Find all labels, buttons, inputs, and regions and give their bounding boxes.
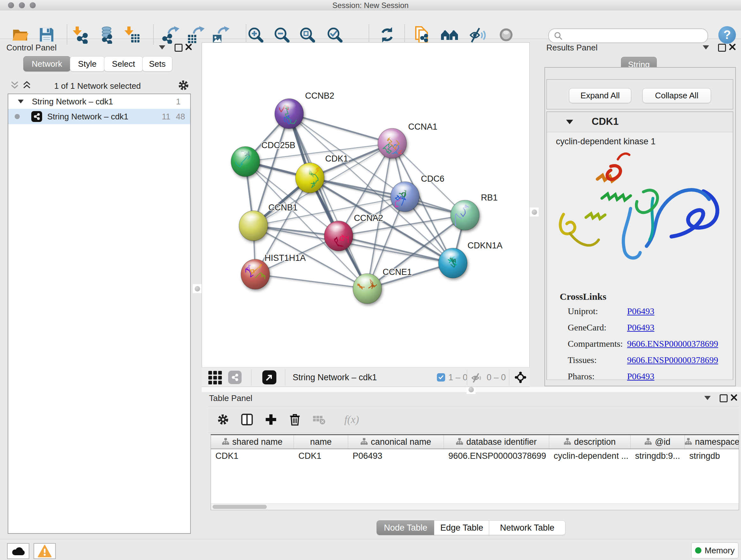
- column-header-shared-name[interactable]: shared name: [211, 435, 294, 449]
- collapse-all-button[interactable]: Collapse All: [643, 88, 711, 103]
- string-import-button[interactable]: [413, 25, 431, 44]
- edge-HIST1H1A-CCNE1[interactable]: [255, 274, 367, 289]
- crosslink-link[interactable]: P06493: [627, 371, 655, 381]
- warnings-button[interactable]: [33, 543, 56, 559]
- table-panel-close-icon[interactable]: [731, 394, 738, 401]
- network-node-count: 11: [162, 112, 171, 122]
- table-cell[interactable]: stringdb:9...: [630, 449, 685, 462]
- crosslink-link[interactable]: P06493: [627, 322, 655, 333]
- show-column-button[interactable]: [240, 412, 254, 427]
- table-row[interactable]: CDK1CDK1P064939606.ENSP00000378699cyclin…: [211, 449, 739, 462]
- node-CDC25B[interactable]: [231, 146, 260, 177]
- table-panel-collapse-icon[interactable]: [704, 396, 711, 400]
- table-panel-float-icon[interactable]: [720, 394, 728, 402]
- node-CDKN1A[interactable]: [439, 248, 467, 278]
- control-panel-close-icon[interactable]: [185, 44, 192, 51]
- tab-network[interactable]: Network: [23, 56, 71, 71]
- node-CCNA1[interactable]: [378, 128, 407, 159]
- help-button[interactable]: ?: [718, 26, 736, 44]
- column-header-database-identifier[interactable]: database identifier: [444, 435, 549, 449]
- node-HIST1H1A[interactable]: [241, 259, 270, 289]
- table-hscrollbar[interactable]: [211, 503, 739, 510]
- tab-node-table[interactable]: Node Table: [377, 520, 434, 535]
- node-CDC6[interactable]: [391, 182, 419, 212]
- gene-expander-icon[interactable]: [566, 120, 573, 124]
- node-CCNB2[interactable]: [275, 99, 304, 129]
- memory-button[interactable]: Memory: [691, 543, 738, 558]
- node-RB1[interactable]: [451, 200, 479, 230]
- create-column-button[interactable]: [264, 412, 278, 427]
- edge-CCNB2-CCNA1[interactable]: [289, 114, 392, 143]
- table-cell[interactable]: stringdb: [685, 449, 739, 462]
- results-panel-close-icon[interactable]: [729, 44, 736, 51]
- table-cell[interactable]: P06493: [348, 449, 444, 462]
- node-CCNA2[interactable]: [324, 221, 353, 251]
- zoom-selected-button[interactable]: [326, 25, 344, 44]
- tab-edge-table[interactable]: Edge Table: [434, 520, 489, 535]
- column-header-namespace[interactable]: namespace: [685, 435, 739, 449]
- export-image-button[interactable]: [211, 25, 230, 44]
- birdseye-view-button[interactable]: [262, 370, 276, 384]
- network-view-canvas[interactable]: CCNB2CCNA1CDC25BCDK1CDC6RB1CCNB1CCNA2CDK…: [202, 43, 530, 367]
- network-collection-row[interactable]: String Network – cdk1 1: [8, 94, 190, 109]
- tab-network-table[interactable]: Network Table: [489, 520, 565, 535]
- column-header-name[interactable]: name: [294, 435, 348, 449]
- hierarchy-icon: [564, 437, 571, 447]
- cytoscape-window: Session: New Session: [0, 0, 741, 560]
- control-panel-float-icon[interactable]: [175, 44, 183, 52]
- hierarchy-icon: [360, 437, 367, 447]
- network-row-selected[interactable]: String Network – cdk1 11 48: [8, 109, 190, 124]
- node-CCNE1[interactable]: [353, 273, 382, 304]
- protein-structure-image: [550, 150, 729, 273]
- search-input[interactable]: [565, 31, 708, 41]
- selected-checkbox[interactable]: [437, 373, 445, 381]
- title-bar: Session: New Session: [0, 0, 741, 11]
- home-button[interactable]: [441, 25, 459, 44]
- gene-description: cyclin-dependent kinase 1: [556, 137, 656, 146]
- table-cell[interactable]: 9606.ENSP00000378699: [444, 449, 549, 462]
- control-panel-collapse-icon[interactable]: [159, 45, 165, 50]
- crosslink-row: Pharos:P06493: [547, 371, 733, 388]
- delete-column-button[interactable]: [287, 412, 302, 427]
- network-share-view-button[interactable]: [228, 371, 242, 384]
- table-options-button[interactable]: [216, 412, 230, 427]
- node-CDK1[interactable]: [295, 163, 324, 193]
- memory-label: Memory: [704, 546, 735, 556]
- hide-selected-button[interactable]: [468, 25, 487, 44]
- column-header-label: description: [574, 437, 616, 447]
- tab-style[interactable]: Style: [70, 56, 105, 71]
- tab-select[interactable]: Select: [104, 56, 143, 71]
- results-panel-collapse-icon[interactable]: [703, 45, 709, 50]
- tab-sets[interactable]: Sets: [142, 56, 172, 71]
- hscrollbar-thumb[interactable]: [212, 505, 267, 509]
- results-panel-float-icon[interactable]: [718, 44, 726, 52]
- collection-expander-icon[interactable]: [18, 100, 23, 104]
- table-cell[interactable]: CDK1: [211, 449, 294, 462]
- crosslink-link[interactable]: 9606.ENSP00000378699: [627, 339, 718, 349]
- table-cell[interactable]: cyclin-dependent ...: [549, 449, 630, 462]
- left-splitter-handle[interactable]: [193, 284, 202, 293]
- crosslink-link[interactable]: P06493: [627, 306, 655, 316]
- zoom-fit-button[interactable]: [298, 25, 317, 44]
- zoom-in-button[interactable]: [246, 25, 265, 44]
- node-label-CCNA1: CCNA1: [408, 122, 437, 132]
- column-header--id[interactable]: @id: [630, 435, 685, 449]
- zoom-out-button[interactable]: [273, 25, 291, 44]
- string-app-icon: [31, 111, 42, 122]
- expand-all-button[interactable]: Expand All: [569, 88, 631, 103]
- fit-selected-crosshair-icon[interactable]: [515, 371, 527, 383]
- gene-name: CDK1: [592, 116, 618, 127]
- grid-view-icon[interactable]: [208, 370, 223, 385]
- table-cell[interactable]: CDK1: [294, 449, 348, 462]
- column-header-description[interactable]: description: [549, 435, 630, 449]
- toolbar-separator: [251, 369, 252, 385]
- crosslink-link[interactable]: 9606.ENSP00000378699: [627, 355, 718, 365]
- expand-collapse-box: Expand All Collapse All: [546, 79, 733, 110]
- network-options-gear-icon[interactable]: [178, 79, 190, 91]
- show-graphics-button[interactable]: [497, 25, 515, 44]
- column-header-canonical-name[interactable]: canonical name: [348, 435, 444, 449]
- apply-layout-button[interactable]: [378, 25, 396, 44]
- node-CCNB1[interactable]: [239, 211, 268, 241]
- right-splitter-handle[interactable]: [530, 207, 539, 216]
- cloud-status-button[interactable]: [7, 543, 29, 559]
